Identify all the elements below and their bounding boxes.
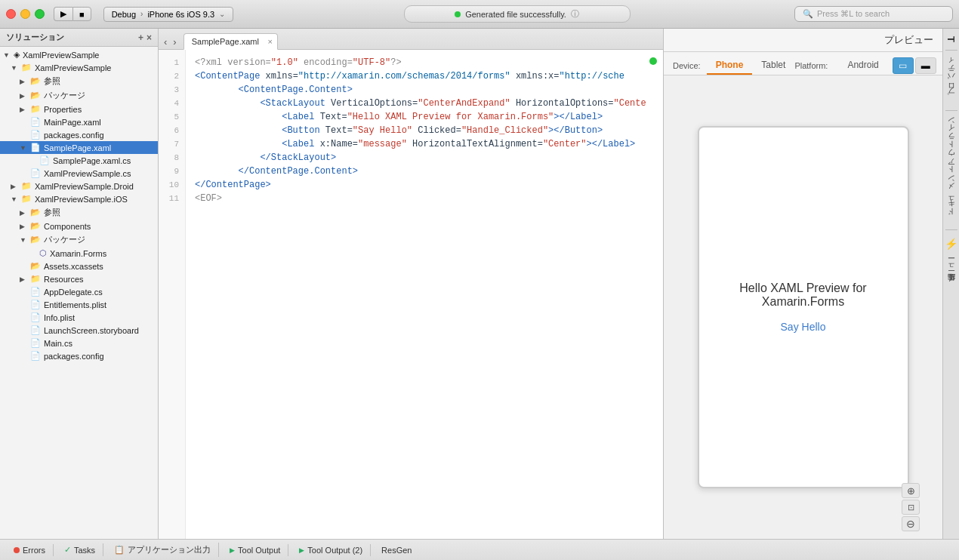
- code-token: "Cente: [614, 98, 646, 109]
- sidebar-item-label: Xamarin.Forms: [50, 249, 106, 258]
- landscape-icon-button[interactable]: ▬: [915, 57, 936, 74]
- sidebar-item-label: Entitlements.plist: [44, 300, 106, 309]
- preview-hello-text: Hello XAML Preview for Xamarin.Forms: [699, 282, 908, 309]
- sidebar-item-ios[interactable]: 📁 XamlPreviewSample.iOS: [0, 192, 158, 205]
- sidebar-item-edit-menu[interactable]: 編集メニュー: [944, 256, 959, 294]
- sidebar-item-label: XamlPreviewSample: [23, 51, 99, 60]
- device-label: iPhone 6s iOS 9.3: [147, 10, 214, 19]
- code-token: xmlns=: [260, 71, 298, 82]
- platform-label: Platform:: [794, 61, 828, 70]
- status-app-output[interactable]: 📋 アプリケーション出力: [106, 543, 219, 557]
- status-bar: Errors ✓ Tasks 📋 アプリケーション出力 ▶ Tool Outpu…: [0, 539, 959, 560]
- line-number: 8: [159, 151, 185, 165]
- sidebar-icon-plus[interactable]: +: [138, 32, 143, 43]
- platform-tab-android[interactable]: Android: [838, 57, 887, 75]
- expand-arrow-icon: [20, 236, 29, 244]
- lightning-icon[interactable]: ⚡: [942, 233, 959, 254]
- status-resgen[interactable]: ResGen: [374, 544, 419, 556]
- sidebar-item-label: AppDelegate.cs: [44, 288, 103, 297]
- file-cs-icon: 📄: [30, 168, 41, 178]
- sidebar-item-xamarin-forms[interactable]: ⬡ Xamarin.Forms: [0, 247, 158, 260]
- sidebar-item-label: XamlPreviewSample.Droid: [35, 182, 134, 191]
- code-token: HorizontalTextAlignment=: [407, 139, 543, 149]
- sidebar-item-properties[interactable]: 📁 Properties: [0, 103, 158, 115]
- tab-close-icon[interactable]: ×: [268, 37, 273, 46]
- sidebar-item-samplepage-xaml[interactable]: 📄 SamplePage.xaml: [0, 141, 158, 154]
- zoom-out-button[interactable]: ⊖: [902, 516, 920, 531]
- line-number: 5: [159, 110, 185, 124]
- sidebar-item-properties-panel[interactable]: プロパティ: [944, 54, 959, 107]
- sidebar-item-packages-config-ios[interactable]: 📄 packages.config: [0, 349, 158, 362]
- sidebar-item-resources[interactable]: 📁 Resources: [0, 272, 158, 285]
- title-bar: ▶ ■ Debug › iPhone 6s iOS 9.3 ⌄ Generate…: [0, 0, 959, 29]
- preview-say-hello-button[interactable]: Say Hello: [781, 321, 826, 333]
- code-token: [195, 152, 260, 163]
- sidebar-item-xamlpreviewsample[interactable]: 📁 XamlPreviewSample: [0, 61, 158, 74]
- device-tab-phone[interactable]: Phone: [707, 57, 753, 75]
- platform-icons: ▭ ▬: [893, 57, 936, 74]
- status-tasks[interactable]: ✓ Tasks: [57, 543, 103, 556]
- sidebar-item-samplepage-xaml-cs[interactable]: 📄 SamplePage.xaml.cs: [0, 154, 158, 167]
- sidebar-item-label: Info.plist: [44, 313, 75, 322]
- file-cs-icon: 📄: [30, 338, 41, 348]
- sidebar-item-xamlpreviewsample-cs[interactable]: 📄 XamlPreviewSample.cs: [0, 167, 158, 180]
- expand-arrow-icon: [20, 223, 29, 230]
- sidebar-item-document-outline[interactable]: ドキュメントアウトライン: [944, 114, 959, 226]
- editor-tab-samplepage[interactable]: SamplePage.xaml ×: [183, 33, 278, 50]
- sidebar-icon-settings[interactable]: ×: [146, 32, 152, 43]
- code-token: <ContentPage: [195, 71, 260, 82]
- sidebar-tree: ◈ XamlPreviewSample 📁 XamlPreviewSample …: [0, 47, 158, 539]
- tool-output-label: Tool Output: [238, 546, 280, 555]
- maximize-button[interactable]: [35, 9, 45, 19]
- code-token: [195, 125, 282, 136]
- build-success-dot: [649, 57, 657, 65]
- close-button[interactable]: [6, 9, 16, 19]
- code-token: VerticalOptions=: [325, 98, 418, 109]
- sidebar-item-appdelegate[interactable]: 📄 AppDelegate.cs: [0, 285, 158, 298]
- status-errors[interactable]: Errors: [6, 544, 54, 556]
- sidebar-item-label: パッケージ: [44, 234, 85, 245]
- window-controls: [6, 9, 45, 19]
- sidebar-item-droid[interactable]: 📁 XamlPreviewSample.Droid: [0, 180, 158, 192]
- expand-arrow-icon: [11, 195, 20, 203]
- tab-next-button[interactable]: ›: [171, 35, 178, 49]
- sidebar-item-assets-xcassets[interactable]: 📂 Assets.xcassets: [0, 260, 158, 272]
- sidebar-item-references1[interactable]: 📂 参照: [0, 74, 158, 88]
- sidebar-item-entitlements[interactable]: 📄 Entitlements.plist: [0, 298, 158, 311]
- stop-button[interactable]: ■: [72, 7, 91, 21]
- tool-output2-label: Tool Output (2): [307, 546, 362, 555]
- sidebar-item-references-ios[interactable]: 📂 参照: [0, 205, 158, 220]
- zoom-fit-button[interactable]: ⊡: [902, 500, 920, 515]
- code-line-6: <Button Text="Say Hello" Clicked="Handle…: [195, 124, 663, 137]
- sidebar-item-mainpage-xaml[interactable]: 📄 MainPage.xaml: [0, 115, 158, 128]
- code-token: HorizontalOptions=: [510, 98, 614, 109]
- zoom-fit-icon: ⊡: [908, 503, 914, 512]
- scheme-selector[interactable]: Debug › iPhone 6s iOS 9.3 ⌄: [103, 7, 233, 22]
- status-tool-output[interactable]: ▶ Tool Output: [222, 544, 288, 556]
- tab-prev-button[interactable]: ‹: [162, 35, 169, 49]
- sidebar-item-packages-ios[interactable]: 📂 パッケージ: [0, 232, 158, 247]
- sidebar-item-main-cs[interactable]: 📄 Main.cs: [0, 337, 158, 349]
- code-content[interactable]: <?xml version="1.0" encoding="UTF-8"?> <…: [186, 50, 663, 539]
- zoom-in-button[interactable]: ⊕: [902, 483, 920, 498]
- portrait-icon-button[interactable]: ▭: [893, 57, 914, 74]
- tab-label: SamplePage.xaml: [192, 37, 259, 46]
- sidebar-item-launchscreen[interactable]: 📄 LaunchScreen.storyboard: [0, 324, 158, 337]
- status-pill: Generated file successfully. ⓘ: [404, 5, 631, 23]
- device-tab-tablet[interactable]: Tablet: [752, 57, 794, 75]
- sidebar-item-label: パッケージ: [44, 90, 85, 101]
- solution-icon: ◈: [14, 50, 20, 60]
- search-bar[interactable]: 🔍 Press ⌘L to search: [794, 6, 953, 22]
- sidebar-item-packages1[interactable]: 📂 パッケージ: [0, 88, 158, 103]
- sidebar-item-infoplist[interactable]: 📄 Info.plist: [0, 311, 158, 324]
- toolbox-icon[interactable]: T: [943, 32, 959, 47]
- sidebar-item-packages-config1[interactable]: 📄 packages.config: [0, 128, 158, 141]
- code-editor[interactable]: 1 2 3 4 5 6 7 8 9 10 11 <?xml version="1…: [159, 50, 663, 539]
- sidebar-item-root[interactable]: ◈ XamlPreviewSample: [0, 48, 158, 61]
- sidebar-item-components[interactable]: 📂 Components: [0, 220, 158, 232]
- status-tool-output2[interactable]: ▶ Tool Output (2): [291, 544, 371, 556]
- sidebar-item-label: LaunchScreen.storyboard: [44, 326, 139, 335]
- app-output-icon: 📋: [114, 545, 125, 555]
- run-button[interactable]: ▶: [54, 7, 72, 21]
- minimize-button[interactable]: [20, 9, 30, 19]
